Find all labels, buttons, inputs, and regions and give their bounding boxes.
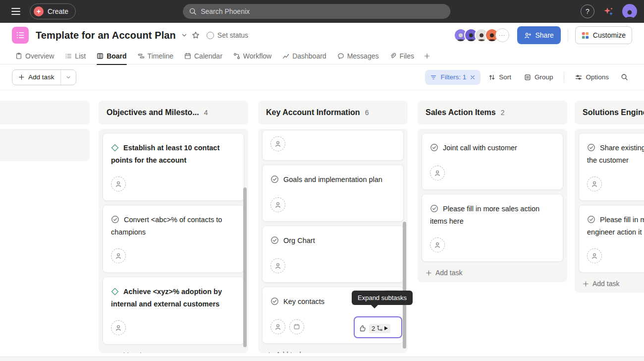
column-add-task-button[interactable]: Add task bbox=[426, 266, 462, 280]
filters-label: Filters: 1 bbox=[440, 73, 466, 81]
help-button[interactable]: ? bbox=[581, 4, 594, 18]
options-button[interactable]: Options bbox=[570, 70, 614, 85]
check-circle-icon[interactable] bbox=[270, 236, 279, 247]
page-title: Template for an Account Plan bbox=[36, 30, 176, 41]
tab-workflow[interactable]: Workflow bbox=[229, 48, 276, 64]
tab-timeline[interactable]: Timeline bbox=[133, 48, 178, 64]
expand-subtasks-chip[interactable]: 2 bbox=[354, 316, 402, 338]
milestone-diamond-icon[interactable] bbox=[111, 144, 119, 155]
board-column-solutions: Solutions Enginee Share existingthe cust… bbox=[575, 101, 644, 293]
create-label: Create bbox=[48, 7, 68, 15]
project-header: Template for an Account Plan Set status … bbox=[0, 23, 644, 48]
tab-calendar[interactable]: Calendar bbox=[180, 48, 227, 64]
check-circle-icon[interactable] bbox=[111, 215, 119, 227]
check-circle-icon[interactable] bbox=[587, 143, 595, 155]
group-button[interactable]: Group bbox=[519, 70, 558, 85]
plus-icon bbox=[266, 352, 272, 354]
board-column-objectives: Objectives and Milesto... 4 Establish at… bbox=[99, 101, 248, 353]
assignee-placeholder[interactable] bbox=[111, 248, 126, 263]
column-add-task-button[interactable]: Add task bbox=[107, 349, 143, 353]
divider bbox=[564, 72, 564, 83]
task-card[interactable]: Achieve <xyz>% adoption by internal and … bbox=[103, 277, 244, 345]
column-header[interactable]: Sales Action Items 2 bbox=[418, 101, 567, 124]
task-card[interactable]: Establish at least 10 contact points for… bbox=[103, 133, 244, 201]
customize-label: Customize bbox=[593, 31, 626, 39]
tab-list[interactable]: List bbox=[60, 48, 90, 64]
assignee-placeholder[interactable] bbox=[587, 177, 602, 191]
project-icon bbox=[12, 27, 29, 44]
clipboard-icon bbox=[15, 53, 22, 60]
task-card[interactable]: Joint call with customer bbox=[422, 133, 563, 190]
column-count: 4 bbox=[204, 109, 208, 117]
column-scrollbar[interactable] bbox=[243, 187, 247, 347]
timeline-icon bbox=[138, 53, 145, 60]
global-search-input[interactable]: Search Phoenix bbox=[183, 4, 450, 19]
check-circle-icon[interactable] bbox=[270, 297, 279, 308]
list-icon bbox=[65, 53, 72, 60]
task-card[interactable]: Convert <abc>% of contacts to champions bbox=[103, 205, 244, 273]
divider bbox=[568, 29, 568, 42]
hamburger-menu-button[interactable] bbox=[7, 2, 25, 20]
add-view-button[interactable] bbox=[421, 48, 433, 64]
column-add-task-button[interactable]: Add task bbox=[266, 348, 303, 353]
assignee-placeholder[interactable] bbox=[430, 238, 445, 252]
column-header[interactable]: Key Account Information 6 bbox=[258, 101, 408, 124]
add-task-dropdown-button[interactable] bbox=[60, 70, 76, 85]
title-chevron-down-icon[interactable] bbox=[179, 30, 190, 41]
workflow-icon bbox=[233, 53, 240, 60]
assignee-placeholder[interactable] bbox=[270, 197, 285, 212]
column-scrollbar[interactable] bbox=[403, 222, 406, 349]
board-search-button[interactable] bbox=[617, 70, 632, 85]
tab-files[interactable]: Files bbox=[385, 48, 419, 64]
member-overflow-button[interactable]: ··· bbox=[495, 28, 509, 42]
group-icon bbox=[524, 74, 531, 81]
subtask-icon bbox=[376, 325, 383, 332]
assignee-placeholder[interactable] bbox=[430, 166, 445, 180]
filters-clear-button[interactable] bbox=[470, 74, 476, 80]
tab-board[interactable]: Board bbox=[92, 48, 131, 64]
check-circle-icon[interactable] bbox=[587, 215, 595, 227]
column-add-task-button[interactable]: Add task bbox=[583, 277, 619, 291]
assignee-placeholder[interactable] bbox=[270, 136, 285, 151]
task-card-clipped[interactable] bbox=[262, 130, 404, 161]
share-button[interactable]: Share bbox=[517, 26, 561, 44]
column-count: 6 bbox=[365, 109, 369, 117]
milestone-diamond-icon[interactable] bbox=[111, 288, 119, 299]
filter-icon bbox=[430, 74, 437, 81]
check-circle-icon[interactable] bbox=[430, 143, 438, 155]
column-body: Share existingthe customer Please fill i… bbox=[575, 129, 644, 293]
task-card[interactable]: Please fill in more sales action items h… bbox=[422, 194, 563, 262]
filters-chip[interactable]: Filters: 1 bbox=[425, 70, 481, 85]
check-circle-icon[interactable] bbox=[430, 204, 438, 216]
favorite-star-icon[interactable] bbox=[190, 29, 202, 41]
task-card[interactable]: Goals and implementation plan bbox=[262, 165, 404, 222]
app-window: + Create Search Phoenix ? Templ bbox=[0, 0, 644, 361]
task-card[interactable]: Please fill in mengineer action it bbox=[579, 205, 644, 273]
check-circle-icon[interactable] bbox=[270, 175, 279, 186]
task-card[interactable]: Org Chart bbox=[262, 226, 404, 283]
customize-button[interactable]: Customize bbox=[575, 26, 632, 44]
assignee-placeholder[interactable] bbox=[587, 248, 602, 263]
due-date-placeholder[interactable] bbox=[289, 319, 304, 334]
set-status-button[interactable]: Set status bbox=[207, 31, 248, 39]
assignee-placeholder[interactable] bbox=[111, 177, 126, 191]
user-avatar[interactable] bbox=[622, 4, 637, 19]
column-header[interactable]: Objectives and Milesto... 4 bbox=[99, 101, 248, 124]
partial-column-body bbox=[0, 129, 90, 161]
customize-grid-icon bbox=[582, 32, 589, 39]
add-task-button[interactable]: Add task bbox=[12, 70, 60, 85]
column-header[interactable]: Solutions Enginee bbox=[575, 101, 644, 124]
tab-messages[interactable]: Messages bbox=[333, 48, 383, 64]
thumbs-up-icon bbox=[358, 324, 366, 332]
task-card[interactable]: Share existingthe customer bbox=[579, 133, 644, 201]
create-button[interactable]: + Create bbox=[30, 3, 76, 19]
tab-dashboard[interactable]: Dashboard bbox=[278, 48, 331, 64]
sort-button[interactable]: Sort bbox=[483, 70, 516, 85]
horizontal-scrollbar-track[interactable] bbox=[0, 357, 644, 361]
paperclip-icon bbox=[389, 53, 396, 60]
assignee-placeholder[interactable] bbox=[270, 319, 285, 334]
ai-sparkles-icon[interactable] bbox=[602, 5, 614, 17]
assignee-placeholder[interactable] bbox=[270, 258, 285, 273]
assignee-placeholder[interactable] bbox=[111, 320, 126, 335]
tab-overview[interactable]: Overview bbox=[11, 48, 58, 64]
